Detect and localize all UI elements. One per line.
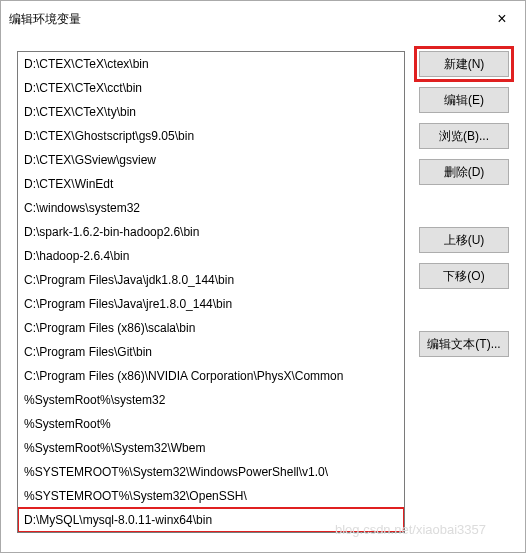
close-icon: ×	[497, 10, 506, 28]
new-button[interactable]: 新建(N)	[419, 51, 509, 77]
move-up-button[interactable]: 上移(U)	[419, 227, 509, 253]
edit-button[interactable]: 编辑(E)	[419, 87, 509, 113]
list-item[interactable]: %SystemRoot%\System32\Wbem	[18, 436, 404, 460]
list-item[interactable]: C:\Program Files (x86)\scala\bin	[18, 316, 404, 340]
list-item[interactable]: D:\CTEX\WinEdt	[18, 172, 404, 196]
list-item[interactable]: %SystemRoot%\system32	[18, 388, 404, 412]
close-button[interactable]: ×	[487, 7, 517, 31]
move-down-button[interactable]: 下移(O)	[419, 263, 509, 289]
list-item[interactable]: C:\Program Files\Git\bin	[18, 340, 404, 364]
edit-text-button[interactable]: 编辑文本(T)...	[419, 331, 509, 357]
list-item[interactable]: D:\CTEX\CTeX\ty\bin	[18, 100, 404, 124]
list-item[interactable]: C:\Program Files\Java\jre1.8.0_144\bin	[18, 292, 404, 316]
path-list[interactable]: D:\CTEX\CTeX\ctex\binD:\CTEX\CTeX\cct\bi…	[18, 52, 404, 532]
list-item[interactable]: C:\Program Files\Java\jdk1.8.0_144\bin	[18, 268, 404, 292]
list-item[interactable]: D:\CTEX\CTeX\cct\bin	[18, 76, 404, 100]
list-item[interactable]: D:\hadoop-2.6.4\bin	[18, 244, 404, 268]
list-item[interactable]: D:\CTEX\Ghostscript\gs9.05\bin	[18, 124, 404, 148]
browse-button[interactable]: 浏览(B)...	[419, 123, 509, 149]
dialog-title: 编辑环境变量	[9, 11, 81, 28]
titlebar: 编辑环境变量 ×	[1, 1, 525, 37]
list-item[interactable]: D:\CTEX\GSview\gsview	[18, 148, 404, 172]
list-item[interactable]: C:\Program Files (x86)\NVIDIA Corporatio…	[18, 364, 404, 388]
list-item[interactable]: D:\MySQL\mysql-8.0.11-winx64\bin	[18, 508, 404, 532]
spacer	[419, 299, 509, 321]
path-list-container: D:\CTEX\CTeX\ctex\binD:\CTEX\CTeX\cct\bi…	[17, 51, 405, 533]
dialog: 编辑环境变量 × D:\CTEX\CTeX\ctex\binD:\CTEX\CT…	[0, 0, 526, 553]
button-column: 新建(N) 编辑(E) 浏览(B)... 删除(D) 上移(U) 下移(O) 编…	[419, 51, 509, 533]
spacer	[419, 195, 509, 217]
list-item[interactable]: D:\spark-1.6.2-bin-hadoop2.6\bin	[18, 220, 404, 244]
footer: 确定 取消	[1, 543, 525, 553]
content-area: D:\CTEX\CTeX\ctex\binD:\CTEX\CTeX\cct\bi…	[1, 37, 525, 543]
delete-button[interactable]: 删除(D)	[419, 159, 509, 185]
list-item[interactable]: %SystemRoot%	[18, 412, 404, 436]
list-item[interactable]: D:\CTEX\CTeX\ctex\bin	[18, 52, 404, 76]
list-item[interactable]: %SYSTEMROOT%\System32\OpenSSH\	[18, 484, 404, 508]
list-item[interactable]: C:\windows\system32	[18, 196, 404, 220]
list-item[interactable]: %SYSTEMROOT%\System32\WindowsPowerShell\…	[18, 460, 404, 484]
